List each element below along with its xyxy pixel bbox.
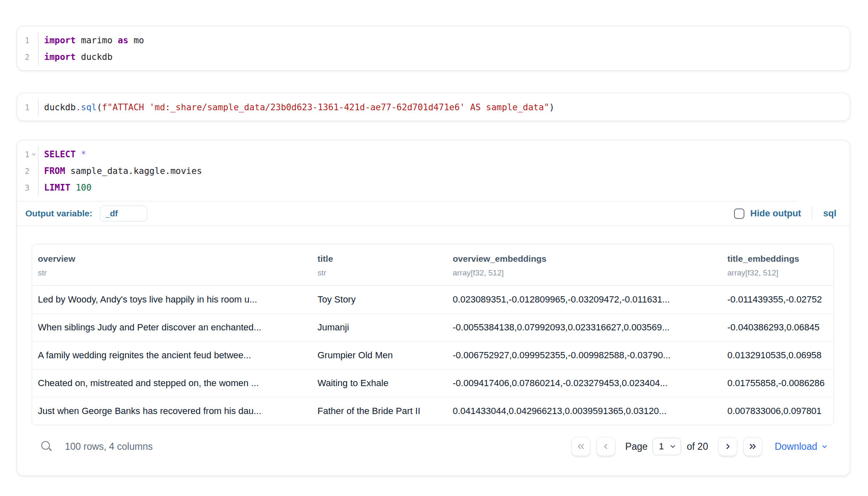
code-line[interactable]: 3LIMIT 100 [19,179,843,196]
table-cell: Toy Story [312,286,447,313]
table-row[interactable]: Just when George Banks has recovered fro… [32,397,833,425]
first-page-button[interactable] [571,437,590,456]
code-text: FROM sample_data.kaggle.movies [38,163,843,179]
sql-cell: 1SELECT *2FROM sample_data.kaggle.movies… [17,140,850,476]
line-number-gutter: 2 [19,49,38,65]
column-type: array[f32, 512] [453,268,717,278]
table-cell: -0.0055384138,0.07992093,0.023316627,0.0… [447,314,722,341]
column-name: title_embeddings [727,253,833,264]
table-body: Led by Woody, Andy's toys live happily i… [32,285,833,425]
code-editor[interactable]: 1duckdb.sql(f"ATTACH 'md:_share/sample_d… [17,93,850,121]
column-header[interactable]: title_embeddingsarray[f32, 512] [722,244,833,285]
line-number-gutter: 1 [19,32,38,49]
table-cell: 0.0132910535,0.06958 [722,342,833,369]
line-number: 3 [20,179,30,196]
table-row[interactable]: Cheated on, mistreated and stepped on, t… [32,369,833,397]
line-number: 1 [20,32,30,49]
table-cell: Grumpier Old Men [312,342,447,369]
code-text: import duckdb [38,49,843,65]
download-label: Download [775,441,817,452]
table-cell: 0.007833006,0.097801 [722,397,833,425]
line-number: 2 [20,49,30,65]
code-line[interactable]: 2import duckdb [19,49,843,65]
chevron-down-icon [821,443,828,450]
table-cell: Waiting to Exhale [312,370,447,397]
output-variable-input[interactable] [100,206,147,221]
column-type: str [317,268,443,278]
table-row[interactable]: A family wedding reignites the ancient f… [32,341,833,369]
line-number-gutter: 3 [19,179,38,196]
table-cell: Jumanji [312,314,447,341]
code-line[interactable]: 1import marimo as mo [19,32,843,49]
page-select-value: 1 [659,441,664,452]
column-header[interactable]: overview_embeddingsarray[f32, 512] [447,244,722,285]
line-number: 1 [20,99,30,116]
line-number-gutter: 1 [19,146,38,163]
table-row[interactable]: When siblings Judy and Peter discover an… [32,313,833,341]
column-type: str [38,268,308,278]
table-footer: 100 rows, 4 columns Page 1 of 20 [32,436,834,456]
table-cell: 0.01755858,-0.0086286 [722,370,833,397]
table-cell: -0.009417406,0.07860214,-0.023279453,0.0… [447,370,722,397]
download-button[interactable]: Download [775,441,828,452]
column-name: title [317,253,443,264]
table-header-row: overviewstrtitlestroverview_embeddingsar… [32,244,833,285]
next-page-button[interactable] [718,437,737,456]
table-cell: A family wedding reignites the ancient f… [32,342,312,369]
hide-output-label: Hide output [750,208,801,219]
code-line[interactable]: 2FROM sample_data.kaggle.movies [19,163,843,179]
divider [812,207,812,220]
table-cell: Just when George Banks has recovered fro… [32,397,312,425]
chevrons-left-icon [576,441,586,451]
table-cell: When siblings Judy and Peter discover an… [32,314,312,341]
marimo-notebook: 1import marimo as mo2import duckdb 1duck… [0,0,868,496]
output-variable-bar: Output variable: Hide output sql [17,201,850,226]
code-text: import marimo as mo [38,32,843,49]
table-cell: -0.040386293,0.06845 [722,314,833,341]
table-cell: Cheated on, mistreated and stepped on, t… [32,370,312,397]
chevrons-right-icon [748,441,758,451]
column-header[interactable]: titlestr [312,244,447,285]
code-text: SELECT * [38,146,843,163]
output-variable-label: Output variable: [25,208,92,218]
fold-chevron-icon[interactable] [30,151,38,157]
table-cell: 0.041433044,0.042966213,0.0039591365,0.0… [447,397,722,425]
column-type: array[f32, 512] [727,268,833,278]
code-text: LIMIT 100 [38,179,843,196]
chevron-right-icon [723,441,733,451]
table-cell: 0.023089351,-0.012809965,-0.03209472,-0.… [447,286,722,313]
language-badge[interactable]: sql [823,208,836,219]
row-count-summary: 100 rows, 4 columns [65,441,153,452]
hide-output-checkbox[interactable] [734,208,744,219]
code-line[interactable]: 1duckdb.sql(f"ATTACH 'md:_share/sample_d… [19,99,843,116]
code-text: duckdb.sql(f"ATTACH 'md:_share/sample_da… [38,99,843,116]
code-cell-imports: 1import marimo as mo2import duckdb [17,26,850,71]
chevron-left-icon [601,441,611,451]
code-editor[interactable]: 1import marimo as mo2import duckdb [17,26,850,70]
prev-page-button[interactable] [596,437,615,456]
column-name: overview_embeddings [453,253,717,264]
page-total-label: of 20 [687,441,708,452]
page-label: Page [625,441,648,452]
table-header: overviewstrtitlestroverview_embeddingsar… [32,244,833,285]
code-line[interactable]: 1SELECT * [19,146,843,163]
table-cell: Father of the Bride Part II [312,397,447,425]
line-number: 1 [20,146,30,163]
table-cell: Led by Woody, Andy's toys live happily i… [32,286,312,313]
table-row[interactable]: Led by Woody, Andy's toys live happily i… [32,285,833,313]
cell-output-area: overviewstrtitlestroverview_embeddingsar… [17,226,850,476]
page-select[interactable]: 1 [652,438,681,455]
column-header[interactable]: overviewstr [32,244,312,285]
table-cell: -0.011439355,-0.02752 [722,286,833,313]
table-cell: -0.006752927,0.099952355,-0.009982588,-0… [447,342,722,369]
line-number: 2 [20,163,30,179]
chevron-down-icon [669,443,677,450]
code-cell-attach: 1duckdb.sql(f"ATTACH 'md:_share/sample_d… [17,93,850,121]
line-number-gutter: 1 [19,99,38,116]
search-icon[interactable] [41,441,52,452]
column-name: overview [38,253,308,264]
code-editor[interactable]: 1SELECT *2FROM sample_data.kaggle.movies… [17,140,850,201]
result-table: overviewstrtitlestroverview_embeddingsar… [32,244,834,425]
last-page-button[interactable] [743,437,762,456]
line-number-gutter: 2 [19,163,38,179]
